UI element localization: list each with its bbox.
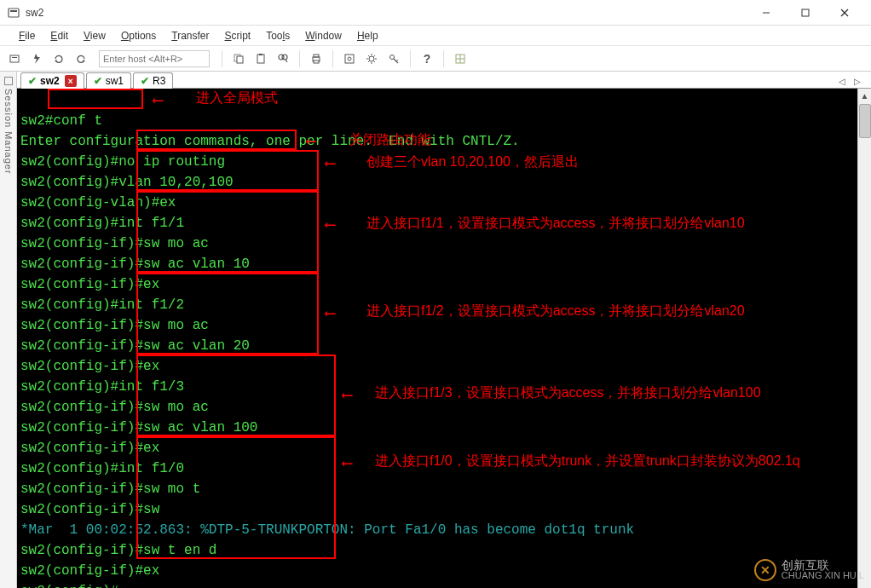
annotation-label: 进入接口f1/2，设置接口模式为access，并将接口划分给vlan20 xyxy=(366,302,745,320)
watermark: ✕ 创新互联 CHUANG XIN HU L xyxy=(754,559,864,581)
term-line: sw2(config)#int f1/1 xyxy=(20,216,184,231)
close-button[interactable] xyxy=(825,0,864,26)
term-line: sw2(config-if)#ex xyxy=(20,563,159,579)
scrollbar[interactable]: ▲ ▼ xyxy=(857,89,871,588)
tab-r3[interactable]: ✔R3 xyxy=(133,72,173,89)
divider xyxy=(410,50,411,67)
maximize-button[interactable] xyxy=(786,0,825,26)
toolbar-settings-icon[interactable] xyxy=(362,49,381,68)
minimize-button[interactable] xyxy=(747,0,786,26)
annotation-label: 进入接口f1/1，设置接口模式为access，并将接口划分给vlan10 xyxy=(366,214,745,233)
annotation-arrow-icon: ⟵ xyxy=(343,453,352,474)
toolbar-connect-icon[interactable] xyxy=(5,49,24,68)
annotation-arrow-icon: ⟵ xyxy=(153,90,163,111)
term-line: sw2(config-if)#sw ac vlan 10 xyxy=(20,257,250,272)
term-line: *Mar 1 00:02:52.863: %DTP-5-TRUNKPORTON:… xyxy=(20,522,634,538)
terminal-output[interactable]: sw2#conf t Enter configuration commands,… xyxy=(17,89,857,588)
title-bar: sw2 xyxy=(0,0,871,26)
svg-point-20 xyxy=(369,56,374,61)
term-line: sw2(config)#int f1/3 xyxy=(20,379,184,395)
tab-sw2[interactable]: ✔sw2× xyxy=(20,72,84,89)
tabs-bar: ✔sw2× ✔sw1 ✔R3 ◁ ▷ xyxy=(17,72,871,89)
divider xyxy=(222,50,222,67)
toolbar-tile-icon[interactable] xyxy=(451,49,470,68)
term-line: sw2(config-if)#ex xyxy=(20,441,159,456)
svg-point-13 xyxy=(282,55,287,60)
divider xyxy=(332,50,333,67)
annotation-label: 创建三个vlan 10,20,100，然后退出 xyxy=(366,153,579,171)
scroll-thumb[interactable] xyxy=(859,104,871,138)
window-title: sw2 xyxy=(26,7,747,19)
menu-script[interactable]: Script xyxy=(218,28,258,43)
annotation-arrow-icon: ⟵ xyxy=(326,215,335,235)
scroll-up-icon[interactable]: ▲ xyxy=(859,89,871,102)
menu-options[interactable]: Options xyxy=(114,28,163,43)
connected-icon: ✔ xyxy=(141,75,149,87)
watermark-logo-icon: ✕ xyxy=(754,559,776,581)
svg-rect-18 xyxy=(345,55,354,63)
term-line: sw2(config)# xyxy=(20,584,118,588)
annotation-arrow-icon: ⟵ xyxy=(326,303,335,324)
toolbar-help-icon[interactable]: ? xyxy=(418,49,436,68)
host-input[interactable] xyxy=(99,50,210,67)
close-tab-icon[interactable]: × xyxy=(65,75,77,87)
menu-edit[interactable]: Edit xyxy=(43,28,75,43)
app-icon xyxy=(7,6,20,20)
term-line: sw2(config-if)#sw mo ac xyxy=(20,318,209,333)
term-line: sw2(config-if)#sw mo ac xyxy=(20,236,209,251)
menu-help[interactable]: Help xyxy=(350,28,385,43)
annotation-arrow-icon: ⟵ xyxy=(343,385,352,406)
term-line: sw2(config-if)#sw xyxy=(20,502,159,517)
term-line: sw2(config)#int f1/2 xyxy=(20,297,184,313)
tab-prev-icon[interactable]: ◁ xyxy=(835,74,849,88)
menu-file[interactable]: File xyxy=(12,28,42,43)
session-manager-label: Session Manager xyxy=(3,89,14,175)
term-line: sw2(config)#no ip routing xyxy=(20,154,225,170)
term-line: sw2(config-if)#sw mo t xyxy=(20,481,200,497)
menu-window[interactable]: Window xyxy=(298,28,349,43)
divider xyxy=(443,50,444,67)
term-line: sw2(config-vlan)#ex xyxy=(20,195,176,210)
annotation-label: 进入全局模式 xyxy=(196,89,278,107)
svg-rect-1 xyxy=(10,10,17,12)
tab-sw1[interactable]: ✔sw1 xyxy=(86,72,131,89)
toolbar-find-icon[interactable] xyxy=(274,49,292,68)
toolbar: ? xyxy=(0,46,871,72)
term-line: sw2(config-if)#sw ac vlan 100 xyxy=(20,420,257,435)
tab-next-icon[interactable]: ▷ xyxy=(851,74,864,88)
term-line: sw2(config-if)#ex xyxy=(20,277,159,292)
session-manager-panel[interactable]: Session Manager xyxy=(0,72,17,588)
term-line: sw2(config-if)#sw t en d xyxy=(20,543,216,558)
svg-rect-9 xyxy=(237,56,243,63)
menu-tools[interactable]: Tools xyxy=(259,28,297,43)
menu-bar: File Edit View Options Transfer Script T… xyxy=(0,26,871,46)
svg-point-21 xyxy=(390,55,395,59)
toolbar-copy-icon[interactable] xyxy=(229,49,248,68)
connected-icon: ✔ xyxy=(94,75,102,87)
toolbar-print-icon[interactable] xyxy=(307,49,326,68)
term-line: sw2(config)#vlan 10,20,100 xyxy=(20,175,234,190)
svg-rect-6 xyxy=(10,55,19,62)
term-line: sw2(config-if)#sw ac vlan 20 xyxy=(20,338,250,354)
term-line: sw2(config-if)#ex xyxy=(20,359,159,374)
svg-point-19 xyxy=(348,57,351,61)
toolbar-quick-connect-icon[interactable] xyxy=(27,49,46,68)
svg-rect-3 xyxy=(802,9,809,16)
annotation-box xyxy=(136,436,336,559)
menu-view[interactable]: View xyxy=(77,28,112,43)
toolbar-reconnect-icon[interactable] xyxy=(49,49,68,68)
toolbar-key-icon[interactable] xyxy=(384,49,403,68)
svg-rect-0 xyxy=(9,9,19,17)
svg-line-22 xyxy=(394,59,398,63)
term-line: sw2(config)#int f1/0 xyxy=(20,461,184,476)
menu-transfer[interactable]: Transfer xyxy=(164,28,216,43)
connected-icon: ✔ xyxy=(28,75,37,87)
toolbar-paste-icon[interactable] xyxy=(251,49,270,68)
term-line: sw2#conf t xyxy=(20,113,102,129)
toolbar-disconnect-icon[interactable] xyxy=(72,49,90,68)
svg-rect-16 xyxy=(314,55,319,57)
svg-rect-10 xyxy=(257,55,264,63)
toolbar-options-icon[interactable] xyxy=(340,49,359,68)
term-line: Enter configuration commands, one per li… xyxy=(20,134,520,149)
annotation-label: 进入接口f1/3，设置接口模式为access，并将接口划分给vlan100 xyxy=(375,383,761,402)
